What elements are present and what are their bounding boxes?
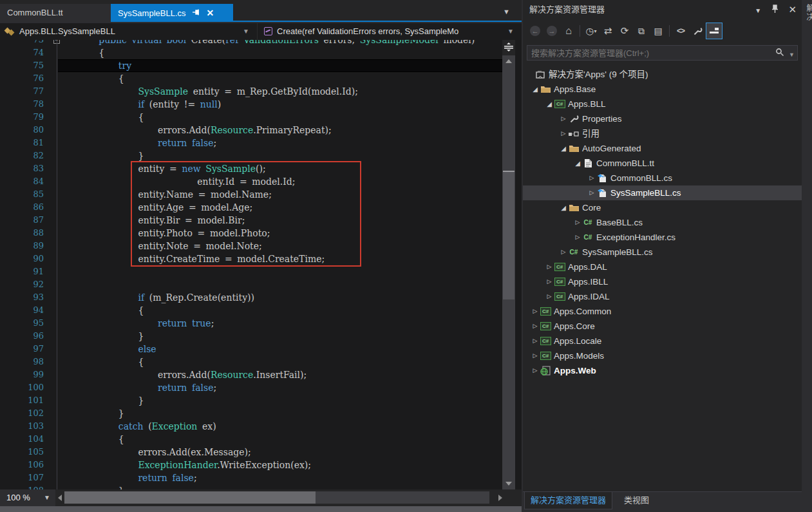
- code-line[interactable]: SysSample entity = m_Rep.GetById(model.I…: [58, 85, 502, 98]
- tree-item[interactable]: ▷C#BaseBLL.cs: [523, 215, 802, 230]
- code-editor[interactable]: 7374757677787980818283848586878889909192…: [0, 40, 522, 489]
- tree-item[interactable]: ▷C#Apps.Core: [523, 319, 802, 334]
- collapse-icon[interactable]: ◢: [573, 156, 582, 171]
- document-list-caret-icon[interactable]: ▼: [503, 8, 510, 15]
- tree-item[interactable]: ▷C#Apps.Models: [523, 348, 802, 363]
- tree-item[interactable]: ◢CommonBLL.tt: [523, 156, 802, 171]
- code-line[interactable]: }: [58, 330, 502, 343]
- close-icon[interactable]: ✕: [207, 4, 214, 22]
- expand-icon[interactable]: ▷: [587, 171, 596, 185]
- tree-item[interactable]: ▷Properties: [523, 111, 802, 126]
- sync-icon[interactable]: ⇄: [600, 23, 616, 39]
- horizontal-scroll-thumb[interactable]: [64, 491, 316, 504]
- close-icon[interactable]: ✕: [788, 0, 797, 19]
- refresh-icon[interactable]: ⟳: [616, 23, 633, 39]
- code-line[interactable]: public virtual bool Create(ref Validatio…: [58, 40, 502, 46]
- collapsed-toolwindow-strip[interactable]: 解决: [803, 0, 812, 512]
- code-line[interactable]: {: [58, 111, 502, 124]
- code-line[interactable]: {: [58, 304, 502, 317]
- expand-icon[interactable]: ▷: [559, 111, 568, 126]
- expand-icon[interactable]: ▷: [587, 185, 596, 200]
- tab-syssamplebll-cs[interactable]: SysSampleBLL.cs✕: [111, 4, 233, 22]
- scroll-up-icon[interactable]: [505, 59, 512, 63]
- scroll-right-icon[interactable]: [498, 495, 502, 501]
- tab-solution-explorer[interactable]: 解决方案资源管理器: [524, 492, 612, 509]
- expand-icon[interactable]: ▷: [545, 260, 554, 274]
- code-line[interactable]: ExceptionHander.WriteException(ex);: [58, 459, 502, 471]
- code-line[interactable]: return true;: [58, 317, 502, 330]
- code-line[interactable]: [58, 265, 502, 278]
- expand-icon[interactable]: ▷: [559, 245, 568, 260]
- pin-icon[interactable]: [193, 5, 200, 23]
- tree-item[interactable]: ▷C#Apps.IDAL: [523, 289, 802, 304]
- code-view-icon[interactable]: <>: [672, 23, 689, 39]
- pin-icon[interactable]: [771, 1, 779, 20]
- code-line[interactable]: }: [58, 394, 502, 407]
- horizontal-scrollbar[interactable]: [64, 491, 489, 504]
- code-line[interactable]: try: [58, 59, 502, 72]
- tree-item[interactable]: ◢C#Apps.BLL: [523, 97, 802, 111]
- tree-item[interactable]: ▷引用: [523, 126, 802, 141]
- vertical-scrollbar[interactable]: [502, 40, 515, 489]
- code-line[interactable]: return false;: [58, 471, 502, 484]
- collapse-icon[interactable]: ◢: [545, 97, 554, 111]
- collapse-icon[interactable]: ◢: [559, 141, 568, 156]
- scroll-down-icon[interactable]: [505, 482, 512, 486]
- search-icon[interactable]: [775, 49, 784, 59]
- code-line[interactable]: errors.Add(Resource.InsertFail);: [58, 368, 502, 381]
- member-dropdown[interactable]: Create(ref ValidationErrors errors, SysS…: [258, 23, 522, 40]
- editor-splitter-handle[interactable]: [502, 40, 515, 55]
- preview-selected-icon[interactable]: [706, 23, 722, 39]
- code-line[interactable]: errors.Add(ex.Message);: [58, 446, 502, 459]
- code-line[interactable]: {: [58, 433, 502, 446]
- home-icon[interactable]: ⌂: [560, 23, 577, 39]
- expand-icon[interactable]: ▷: [531, 334, 540, 348]
- wrench-icon[interactable]: [689, 23, 706, 39]
- code-line[interactable]: }: [58, 149, 502, 162]
- chevron-down-icon[interactable]: ▼: [789, 52, 795, 58]
- tree-item[interactable]: ▷C#Apps.IBLL: [523, 274, 802, 289]
- tree-item[interactable]: ◢Apps.Base: [523, 82, 802, 97]
- tree-item[interactable]: ◢AutoGenerated: [523, 141, 802, 156]
- code-line[interactable]: errors.Add(Resource.PrimaryRepeat);: [58, 124, 502, 137]
- code-line[interactable]: }: [58, 407, 502, 420]
- code-line[interactable]: }: [58, 484, 502, 489]
- search-input[interactable]: [527, 46, 766, 60]
- code-line[interactable]: {: [58, 72, 502, 85]
- tree-item[interactable]: ▷CommonBLL.cs: [523, 171, 802, 185]
- tree-item[interactable]: ▷C#ExceptionHandler.cs: [523, 230, 802, 245]
- expand-icon[interactable]: ▷: [545, 274, 554, 289]
- expand-icon[interactable]: ▷: [531, 319, 540, 334]
- tree-item[interactable]: ▷SysSampleBLL.cs: [523, 185, 802, 200]
- expand-icon[interactable]: ▷: [531, 304, 540, 319]
- code-line[interactable]: return false;: [58, 381, 502, 394]
- expand-icon[interactable]: ▷: [573, 215, 582, 230]
- show-all-files-icon[interactable]: ▤: [650, 23, 666, 39]
- tree-item[interactable]: ▷C#Apps.Locale: [523, 334, 802, 348]
- code-line[interactable]: {: [58, 356, 502, 368]
- expand-icon[interactable]: ▷: [545, 289, 554, 304]
- code-line[interactable]: else: [58, 343, 502, 356]
- expand-icon[interactable]: ▷: [573, 230, 582, 245]
- expand-icon[interactable]: ▷: [531, 363, 540, 378]
- type-dropdown[interactable]: Apps.BLL.SysSampleBLL ▼: [0, 23, 258, 40]
- scroll-left-icon[interactable]: [58, 495, 62, 501]
- code-line[interactable]: if (m_Rep.Create(entity)): [58, 291, 502, 304]
- window-position-caret-icon[interactable]: ▼: [755, 1, 761, 21]
- forward-icon[interactable]: →: [543, 23, 560, 39]
- tree-item[interactable]: ▷C#SysSampleBLL.cs: [523, 245, 802, 260]
- code-line[interactable]: return false;: [58, 137, 502, 149]
- code-line[interactable]: {: [58, 46, 502, 59]
- code-line[interactable]: catch (Exception ex): [58, 420, 502, 433]
- back-icon[interactable]: ←: [527, 23, 543, 39]
- expand-icon[interactable]: ▷: [559, 126, 568, 141]
- zoom-control[interactable]: 100 % ▼: [0, 489, 55, 506]
- code-line[interactable]: [58, 278, 502, 291]
- tree-item[interactable]: 解决方案'Apps' (9 个项目): [523, 67, 802, 82]
- tab-commonbll-tt[interactable]: CommonBLL.tt: [0, 4, 111, 22]
- tree-item[interactable]: ▷Apps.Web: [523, 363, 802, 378]
- collapse-all-icon[interactable]: ⧉: [633, 23, 650, 39]
- expand-icon[interactable]: ▷: [531, 348, 540, 363]
- collapse-icon[interactable]: ◢: [559, 200, 568, 215]
- history-icon[interactable]: ◷▾: [583, 23, 600, 39]
